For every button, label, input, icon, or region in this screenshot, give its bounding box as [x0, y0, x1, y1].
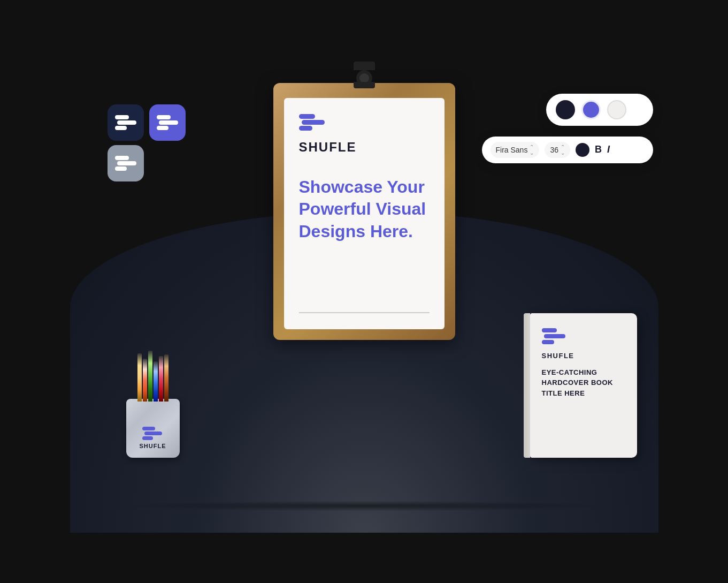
svg-rect-9 — [142, 427, 155, 430]
app-icon-dark[interactable] — [108, 104, 144, 141]
font-panel: Fira Sans ⌃⌄ 36 ⌃⌄ B I — [482, 137, 653, 163]
shufle-icon-white — [115, 115, 136, 130]
cup-brand-name: SHUFLE — [140, 443, 166, 449]
size-chevron-icon: ⌃⌄ — [561, 144, 565, 156]
clip-bottom — [354, 82, 375, 88]
book-shufle-icon — [542, 328, 565, 344]
svg-rect-3 — [157, 115, 171, 119]
book-title: EYE-CATCHING HARDCOVER BOOK TITLE HERE — [542, 367, 613, 399]
main-scene: SHUFLE SHUFLE — [43, 51, 685, 533]
pencil-cup: SHUFLE — [121, 351, 185, 458]
svg-rect-15 — [542, 328, 557, 332]
paper-brand-name: SHUFLE — [299, 140, 430, 155]
font-size: 36 — [550, 146, 558, 154]
pencil-5 — [159, 356, 163, 402]
pencil-6 — [164, 354, 168, 402]
clipboard-clip — [351, 62, 378, 99]
clipboard-board: SHUFLE Showcase Your Powerful Visual Des… — [273, 83, 455, 340]
svg-rect-0 — [115, 115, 129, 119]
clip-top — [354, 62, 375, 70]
svg-rect-8 — [115, 166, 127, 171]
pencil-4 — [154, 361, 158, 402]
cup-body: SHUFLE — [126, 399, 180, 458]
pencil-bundle — [137, 351, 168, 402]
svg-rect-17 — [542, 340, 554, 344]
svg-rect-1 — [117, 120, 136, 125]
italic-button[interactable]: I — [607, 144, 610, 155]
headline-line3: Designs Here. — [299, 221, 430, 243]
color-swatch-light[interactable] — [607, 100, 626, 119]
svg-rect-7 — [117, 161, 136, 165]
color-picker-panel — [546, 94, 653, 126]
cup-label: SHUFLE — [140, 427, 166, 449]
cup-shufle-icon — [142, 427, 164, 441]
svg-rect-12 — [299, 114, 315, 119]
icon-row-2 — [108, 145, 186, 181]
book-spine — [524, 313, 530, 458]
pencil-1 — [137, 353, 142, 402]
icon-row-1 — [108, 104, 186, 141]
svg-rect-2 — [115, 126, 127, 130]
svg-rect-16 — [544, 334, 565, 338]
book-brand-name: SHUFLE — [542, 352, 574, 360]
headline-line2: Powerful Visual — [299, 198, 430, 221]
app-icon-gray[interactable] — [108, 145, 144, 181]
svg-rect-10 — [144, 431, 162, 435]
font-name: Fira Sans — [496, 146, 528, 154]
paper-divider — [299, 312, 430, 313]
svg-rect-4 — [159, 120, 178, 125]
pencil-2 — [143, 359, 147, 402]
color-swatch-dark[interactable] — [556, 100, 575, 119]
clipboard-paper: SHUFLE Showcase Your Powerful Visual Des… — [284, 98, 445, 329]
svg-rect-13 — [302, 120, 325, 125]
svg-rect-6 — [115, 156, 129, 160]
app-icon-purple[interactable] — [149, 104, 186, 141]
font-chevron-icon: ⌃⌄ — [530, 144, 534, 156]
app-icons-group — [108, 104, 186, 181]
paper-shufle-icon — [299, 114, 325, 131]
color-swatch-purple[interactable] — [581, 100, 601, 119]
font-color-dot[interactable] — [576, 143, 589, 157]
svg-rect-5 — [157, 126, 168, 130]
size-selector[interactable]: 36 ⌃⌄ — [545, 142, 570, 158]
font-selector[interactable]: Fira Sans ⌃⌄ — [491, 142, 540, 158]
bold-button[interactable]: B — [595, 144, 602, 155]
clipboard: SHUFLE Showcase Your Powerful Visual Des… — [273, 83, 455, 340]
svg-rect-14 — [299, 126, 312, 131]
paper-brand — [299, 114, 430, 131]
headline-line1: Showcase Your — [299, 176, 430, 199]
hardcover-book: SHUFLE EYE-CATCHING HARDCOVER BOOK TITLE… — [530, 313, 637, 458]
paper-headline: Showcase Your Powerful Visual Designs He… — [299, 176, 430, 243]
shufle-icon-gray — [115, 156, 136, 171]
svg-rect-11 — [142, 436, 153, 440]
shufle-icon-purple — [157, 115, 178, 130]
ground-shadow — [124, 501, 605, 511]
pencil-3 — [148, 351, 152, 402]
